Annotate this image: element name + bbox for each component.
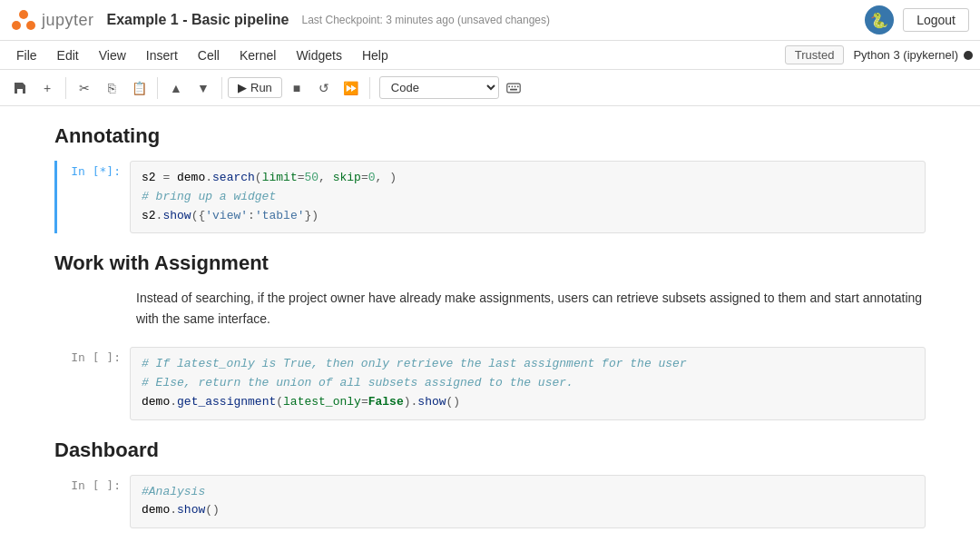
top-bar-right: 🐍 Logout (865, 5, 969, 34)
svg-rect-3 (507, 84, 520, 93)
code-dashboard-line-1: #Analysis (142, 483, 914, 502)
menu-file[interactable]: File (7, 44, 46, 66)
checkpoint-info: Last Checkpoint: 3 minutes ago (unsaved … (302, 14, 551, 26)
code-line-2: # bring up a widget (142, 188, 914, 207)
move-down-button[interactable]: ▼ (191, 75, 216, 101)
menu-widgets[interactable]: Widgets (287, 44, 351, 66)
code-cell-search[interactable]: In [*]: s2 = demo.search(limit=50, skip=… (54, 161, 926, 233)
svg-rect-4 (508, 85, 510, 87)
kernel-info: Python 3 (ipykernel) (853, 48, 973, 62)
cell-label-assignment: In [ ]: (57, 347, 130, 419)
code-assignment-line-2: # Else, return the union of all subsets … (142, 374, 914, 393)
separator-1 (65, 77, 66, 99)
menu-view[interactable]: View (90, 44, 135, 66)
keyboard-shortcuts-button[interactable] (501, 75, 526, 101)
menu-kernel[interactable]: Kernel (230, 44, 285, 66)
code-line-3: s2.show({'view':'table'}) (142, 207, 914, 226)
run-button[interactable]: ▶ Run (228, 77, 282, 98)
code-dashboard-line-2: demo.show() (142, 501, 914, 520)
notebook-content: Annotating In [*]: s2 = demo.search(limi… (0, 106, 980, 552)
menu-cell[interactable]: Cell (189, 44, 229, 66)
separator-2 (157, 77, 158, 99)
code-assignment-line-3: demo.get_assignment(latest_only=False).s… (142, 393, 914, 412)
svg-point-0 (19, 10, 28, 19)
menu-bar: File Edit View Insert Cell Kernel Widget… (0, 41, 980, 70)
cut-button[interactable]: ✂ (72, 75, 97, 101)
python-icon: 🐍 (865, 5, 894, 34)
cell-type-select[interactable]: Code Markdown Raw NBConvert Heading (379, 76, 499, 99)
svg-rect-6 (514, 85, 516, 87)
code-block-assignment[interactable]: # If latest_only is True, then only retr… (130, 347, 926, 419)
svg-rect-8 (510, 88, 517, 90)
menu-edit[interactable]: Edit (48, 44, 88, 66)
jupyter-logo: jupyter (11, 7, 94, 33)
save-button[interactable] (7, 75, 33, 101)
stop-button[interactable]: ■ (284, 75, 309, 101)
restart-button[interactable]: ↺ (311, 75, 337, 101)
separator-3 (221, 77, 222, 99)
restart-run-button[interactable]: ⏩ (338, 75, 364, 101)
annotating-heading: Annotating (54, 124, 926, 148)
run-icon: ▶ (238, 81, 247, 94)
notebook-title[interactable]: Example 1 - Basic pipeline (107, 12, 289, 28)
kernel-status-dot (964, 51, 973, 60)
toolbar: + ✂ ⎘ 📋 ▲ ▼ ▶ Run ■ ↺ ⏩ Code Markdown Ra… (0, 70, 980, 106)
logout-button[interactable]: Logout (903, 8, 969, 32)
code-cell-dashboard[interactable]: In [ ]: #Analysis demo.show() (54, 475, 926, 529)
cell-label-dashboard: In [ ]: (57, 475, 130, 529)
separator-4 (369, 77, 370, 99)
copy-button[interactable]: ⎘ (99, 75, 124, 101)
work-with-assignment-heading: Work with Assignment (54, 251, 926, 275)
work-assignment-description: Instead of searching, if the project own… (136, 288, 926, 329)
code-assignment-line-1: # If latest_only is True, then only retr… (142, 355, 914, 374)
svg-rect-5 (511, 85, 513, 87)
code-line-1: s2 = demo.search(limit=50, skip=0, ) (142, 169, 914, 188)
dashboard-heading: Dashboard (54, 439, 926, 462)
cell-label-search: In [*]: (57, 161, 130, 233)
move-up-button[interactable]: ▲ (163, 75, 189, 101)
svg-point-2 (26, 21, 35, 30)
top-bar: jupyter Example 1 - Basic pipeline Last … (0, 0, 980, 41)
menu-help[interactable]: Help (353, 44, 397, 66)
jupyter-logo-icon (11, 7, 36, 33)
menu-insert[interactable]: Insert (137, 44, 187, 66)
menu-bar-right: Trusted Python 3 (ipykernel) (785, 45, 973, 64)
code-block-search[interactable]: s2 = demo.search(limit=50, skip=0, ) # b… (130, 161, 926, 233)
jupyter-brand-text: jupyter (42, 11, 94, 30)
svg-point-1 (12, 21, 21, 30)
svg-rect-7 (517, 85, 519, 87)
code-block-dashboard[interactable]: #Analysis demo.show() (130, 475, 926, 529)
trusted-badge[interactable]: Trusted (785, 45, 845, 64)
code-cell-assignment[interactable]: In [ ]: # If latest_only is True, then o… (54, 347, 926, 419)
paste-button[interactable]: 📋 (126, 75, 152, 101)
add-cell-button[interactable]: + (34, 75, 60, 101)
